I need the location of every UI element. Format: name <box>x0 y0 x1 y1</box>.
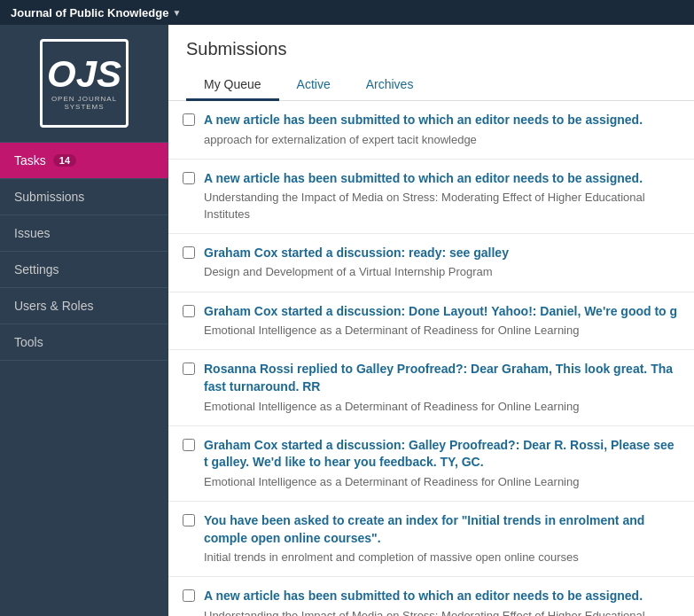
sidebar-item-users-roles[interactable]: Users & Roles <box>0 288 168 324</box>
submission-content: Graham Cox started a discussion: Done La… <box>204 303 680 339</box>
top-navigation-bar: Journal of Public Knowledge ▼ <box>0 0 694 25</box>
content-header: Submissions My Queue Active Archives <box>168 25 694 101</box>
submission-subtitle: Initial trends in enrolment and completi… <box>204 550 680 565</box>
tab-active[interactable]: Active <box>279 70 348 101</box>
sidebar-item-tools-label: Tools <box>14 335 43 349</box>
submission-checkbox[interactable] <box>183 172 195 184</box>
sidebar-item-users-roles-label: Users & Roles <box>14 299 93 313</box>
submission-checkbox[interactable] <box>183 589 195 602</box>
submission-title[interactable]: Graham Cox started a discussion: ready: … <box>204 245 680 262</box>
submission-title[interactable]: Graham Cox started a discussion: Galley … <box>204 437 680 472</box>
list-item: A new article has been submitted to whic… <box>168 160 694 234</box>
sidebar-item-tasks-label: Tasks <box>14 153 46 168</box>
checkbox-col[interactable] <box>183 361 204 378</box>
sidebar-item-tools[interactable]: Tools <box>0 324 168 361</box>
list-item: Graham Cox started a discussion: ready: … <box>168 234 694 292</box>
checkbox-col[interactable] <box>183 588 204 604</box>
sidebar-navigation: Tasks 14 Submissions Issues Settings Use… <box>0 143 168 616</box>
main-layout: OJS OPEN JOURNAL SYSTEMS Tasks 14 Submis… <box>0 25 694 616</box>
sidebar-item-tasks[interactable]: Tasks 14 <box>0 143 168 179</box>
sidebar-logo: OJS OPEN JOURNAL SYSTEMS <box>0 25 168 143</box>
submission-title[interactable]: Graham Cox started a discussion: Done La… <box>204 303 680 321</box>
submission-checkbox[interactable] <box>183 514 195 526</box>
checkbox-col[interactable] <box>183 245 204 261</box>
submission-title[interactable]: A new article has been submitted to whic… <box>204 170 680 188</box>
logo-subtitle: OPEN JOURNAL SYSTEMS <box>43 95 126 111</box>
sidebar-item-settings-label: Settings <box>14 262 59 277</box>
submission-tabs: My Queue Active Archives <box>186 70 676 100</box>
submission-subtitle: Understanding the Impact of Media on Str… <box>204 608 680 616</box>
page-title: Submissions <box>186 39 676 59</box>
submission-subtitle: Design and Development of a Virtual Inte… <box>204 264 680 280</box>
tab-my-queue[interactable]: My Queue <box>186 70 279 101</box>
submissions-list: A new article has been submitted to whic… <box>168 101 694 616</box>
list-item: Rosanna Rossi replied to Galley Proofrea… <box>168 350 694 425</box>
checkbox-col[interactable] <box>183 512 204 529</box>
ojs-logo: OJS OPEN JOURNAL SYSTEMS <box>40 39 129 128</box>
list-item: You have been asked to create an index f… <box>168 502 694 577</box>
sidebar-item-issues-label: Issues <box>14 226 50 240</box>
logo-text: OJS <box>47 56 121 93</box>
main-content: Submissions My Queue Active Archives A n… <box>168 25 694 616</box>
checkbox-col[interactable] <box>183 112 204 129</box>
sidebar-item-submissions-label: Submissions <box>14 190 84 204</box>
list-item: Graham Cox started a discussion: Done La… <box>168 292 694 351</box>
submission-subtitle: Emotional Intelligence as a Determinant … <box>204 399 680 415</box>
checkbox-col[interactable] <box>183 303 204 320</box>
journal-title[interactable]: Journal of Public Knowledge <box>11 6 168 19</box>
tasks-badge: 14 <box>53 154 76 167</box>
submission-title[interactable]: You have been asked to create an index f… <box>204 512 680 547</box>
journal-dropdown-chevron[interactable]: ▼ <box>172 8 181 18</box>
submission-content: You have been asked to create an index f… <box>204 512 680 565</box>
submission-checkbox[interactable] <box>183 363 195 375</box>
submission-subtitle: Emotional Intelligence as a Determinant … <box>204 323 680 339</box>
submission-checkbox[interactable] <box>183 113 195 126</box>
submission-title[interactable]: Rosanna Rossi replied to Galley Proofrea… <box>204 361 680 395</box>
submission-title[interactable]: A new article has been submitted to whic… <box>204 588 680 605</box>
sidebar-item-settings[interactable]: Settings <box>0 252 168 288</box>
sidebar-item-issues[interactable]: Issues <box>0 215 168 252</box>
submission-title[interactable]: A new article has been submitted to whic… <box>204 112 680 129</box>
submission-checkbox[interactable] <box>183 439 195 451</box>
submission-subtitle: Understanding the Impact of Media on Str… <box>204 190 680 222</box>
sidebar-item-submissions[interactable]: Submissions <box>0 179 168 215</box>
submission-content: A new article has been submitted to whic… <box>204 112 680 148</box>
submission-checkbox[interactable] <box>183 305 195 317</box>
submission-subtitle: Emotional Intelligence as a Determinant … <box>204 474 680 490</box>
submission-subtitle: approach for externalization of expert t… <box>204 132 680 148</box>
submission-content: Graham Cox started a discussion: ready: … <box>204 245 680 281</box>
tab-archives[interactable]: Archives <box>348 70 432 101</box>
submission-checkbox[interactable] <box>183 246 195 259</box>
checkbox-col[interactable] <box>183 170 204 187</box>
list-item: Graham Cox started a discussion: Galley … <box>168 426 694 502</box>
submission-content: A new article has been submitted to whic… <box>204 170 680 222</box>
sidebar: OJS OPEN JOURNAL SYSTEMS Tasks 14 Submis… <box>0 25 168 616</box>
list-item: A new article has been submitted to whic… <box>168 101 694 160</box>
submission-content: A new article has been submitted to whic… <box>204 588 680 616</box>
submission-content: Rosanna Rossi replied to Galley Proofrea… <box>204 361 680 414</box>
submission-content: Graham Cox started a discussion: Galley … <box>204 437 680 490</box>
checkbox-col[interactable] <box>183 437 204 454</box>
list-item: A new article has been submitted to whic… <box>168 577 694 616</box>
